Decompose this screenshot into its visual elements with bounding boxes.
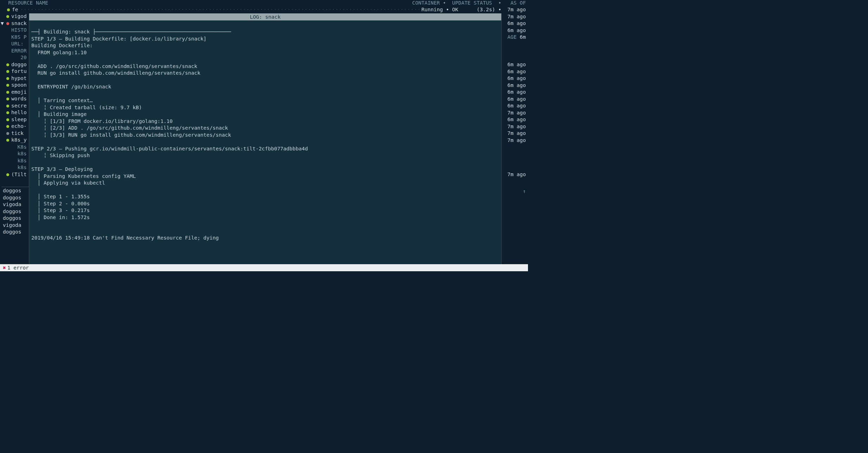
sidebar-item-label: vigod (11, 13, 27, 20)
log-line: FROM golang:1.10 (31, 49, 499, 56)
sidebar-item[interactable]: doggo (1, 61, 29, 68)
status-dot-icon (6, 111, 9, 114)
sidebar-item[interactable]: k8s (1, 165, 29, 172)
sidebar-item[interactable]: 20 (1, 55, 29, 62)
sidebar-item[interactable]: ERROR (1, 48, 29, 55)
scroll-up-arrow-icon[interactable]: ↑ (502, 186, 526, 193)
sidebar-item[interactable]: K8s (1, 144, 29, 151)
log-line: ╎ Skipping push (31, 152, 499, 159)
log-panel: LOG: snack ──┤ Building: snack ├────────… (29, 13, 502, 265)
sidebar-item-label: k8s (11, 157, 27, 165)
sidebar-item-label: doggo (11, 61, 27, 68)
timestamp (502, 55, 526, 62)
stream-name: doggos (1, 188, 29, 195)
log-line: │ Step 3 - 0.217s (31, 207, 499, 214)
help-bar: Scroll (↓ ↑) ╎ (esc) close logs (0, 271, 528, 278)
sidebar-item[interactable]: ▼snack (1, 20, 29, 27)
sidebar-item[interactable]: tick (1, 130, 29, 137)
status-dot-icon (6, 139, 9, 142)
status-dot-icon (6, 70, 9, 73)
timestamp: 6m ago (502, 75, 526, 82)
log-line (31, 56, 499, 63)
sidebar-item-label: HISTO (11, 27, 27, 34)
sidebar-item-label: k8s (11, 150, 27, 157)
sidebar-item-label: URL: (11, 41, 24, 48)
log-line: ╎ [1/3] FROM docker.io/library/golang:1.… (31, 118, 499, 125)
log-line: │ Step 1 - 1.355s (31, 193, 499, 200)
status-dot-icon (6, 22, 9, 25)
log-line (31, 187, 499, 194)
sidebar-item-label: k8s (11, 164, 27, 171)
log-line: │ Applying via kubectl (31, 180, 499, 187)
sidebar-item[interactable]: hypot (1, 75, 29, 82)
sidebar-item[interactable]: (Tilt (1, 171, 29, 178)
timestamp: 6m ago (502, 89, 526, 96)
timestamp: 6m ago (502, 82, 526, 89)
log-line: ENTRYPOINT /go/bin/snack (31, 83, 499, 91)
status-dot-icon (6, 84, 9, 87)
sidebar-item-label: emoji (11, 89, 27, 96)
sidebar-item[interactable]: URL: (1, 41, 29, 48)
sidebar-item-label: tick (11, 130, 24, 137)
status-dot-icon (6, 118, 9, 121)
stream-name-list: doggosdoggosvigodadoggosdoggosvigodadogg… (1, 188, 29, 236)
status-dot-icon (6, 173, 9, 176)
error-count: 1 error (7, 265, 29, 271)
sidebar-item[interactable]: k8s (1, 151, 29, 158)
timestamp (502, 144, 526, 151)
resource-row-fe[interactable]: fe ·····································… (0, 6, 528, 13)
status-dot-icon (6, 166, 9, 169)
log-line: STEP 3/3 — Deploying (31, 166, 499, 173)
log-line: STEP 1/3 — Building Dockerfile: [docker.… (31, 36, 499, 43)
status-dot-icon (7, 8, 10, 11)
sidebar-item[interactable]: k8s (1, 157, 29, 165)
status-dot-icon (6, 36, 9, 39)
log-line: │ Building image (31, 111, 499, 118)
stream-name: doggos (1, 208, 29, 215)
timestamp: 6m ago (502, 103, 526, 110)
timestamp: 7m ago (502, 171, 526, 178)
timestamp: 6m ago (502, 116, 526, 123)
log-line (31, 221, 499, 228)
log-title: LOG: snack (29, 13, 501, 20)
stream-name: doggos (1, 229, 29, 236)
sidebar-item[interactable]: secre (1, 103, 29, 110)
sidebar-item[interactable]: hello (1, 110, 29, 117)
log-line: │ Step 2 - 0.000s (31, 200, 499, 207)
column-header: RESOURCE NAME CONTAINER • UPDATE STATUS … (0, 0, 528, 6)
sidebar-item-label: (Tilt (11, 171, 27, 178)
log-line (31, 228, 499, 235)
timestamp: 6m ago (502, 27, 526, 34)
timestamp: 7m ago (502, 130, 526, 137)
status-dot-icon (6, 56, 9, 59)
resource-status: Running • OK (3.2s) • 7m ago (421, 6, 526, 13)
log-line: RUN go install github.com/windmilleng/se… (31, 70, 499, 77)
sidebar-item[interactable]: vigod (1, 13, 29, 20)
sidebar-item-label: sleep (11, 116, 27, 123)
sidebar-item[interactable]: words (1, 96, 29, 103)
sidebar-item[interactable]: fortu (1, 68, 29, 75)
status-dot-icon (6, 15, 9, 18)
header-resource-name: RESOURCE NAME (2, 0, 48, 7)
status-dot-icon (6, 29, 9, 32)
sidebar-item[interactable]: emoji (1, 89, 29, 96)
sidebar-item[interactable]: HISTO (1, 27, 29, 34)
timestamp-column: 7m ago6m ago6m agoAGE 6m6m ago6m ago6m a… (502, 13, 528, 265)
sidebar-item[interactable]: k8s_y (1, 137, 29, 144)
sidebar-item[interactable]: echo- (1, 123, 29, 130)
log-line (31, 22, 499, 29)
stream-name: doggos (1, 194, 29, 201)
status-dot-icon (6, 43, 9, 45)
timestamp (502, 151, 526, 158)
stream-name: vigoda (1, 222, 29, 229)
caret-icon: ▼ (1, 20, 4, 27)
timestamp (502, 165, 526, 172)
sidebar-item[interactable]: spoon (1, 82, 29, 89)
timestamp: 6m ago (502, 20, 526, 27)
timestamp: 7m ago (502, 137, 526, 144)
sidebar-item[interactable]: sleep (1, 116, 29, 123)
sidebar-item[interactable]: K8S P (1, 34, 29, 41)
log-body[interactable]: ──┤ Building: snack ├───────────────────… (29, 20, 501, 265)
status-bar[interactable]: ✖1 error (0, 264, 528, 271)
sidebar-item-label: K8s (11, 144, 27, 151)
